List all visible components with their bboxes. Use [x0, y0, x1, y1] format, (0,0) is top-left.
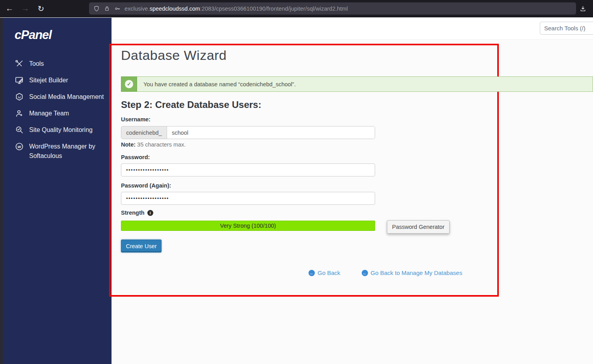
sidebar: cPanel Tools Sitejet Builder Social Medi…	[3, 18, 112, 364]
svg-text:W: W	[18, 145, 22, 149]
username-group: codenichebd_	[121, 126, 375, 139]
social-media-icon	[15, 92, 24, 102]
key-permission-icon	[114, 5, 121, 12]
go-back-manage-databases-link[interactable]: ← Go Back to Manage My Databases	[362, 269, 463, 276]
go-back-label: Go Back	[318, 269, 340, 276]
sidebar-item-label: Manage Team	[29, 109, 69, 118]
password-again-label: Password (Again):	[121, 182, 171, 189]
username-input[interactable]	[167, 126, 375, 139]
tools-icon	[15, 59, 24, 69]
sidebar-item-wordpress-manager[interactable]: W WordPress Manager by Softaculous	[3, 138, 112, 164]
password-label: Password:	[121, 154, 150, 160]
password-input[interactable]	[121, 163, 375, 176]
sidebar-item-social-media-management[interactable]: Social Media Management	[3, 89, 112, 105]
success-check-icon: ✓	[125, 80, 133, 88]
note-text: 35 characters max.	[137, 141, 186, 148]
go-back-link[interactable]: ← Go Back	[309, 269, 340, 276]
links-row: ← Go Back ← Go Back to Manage My Databas…	[309, 269, 462, 276]
cpanel-logo: cPanel	[3, 18, 112, 42]
sidebar-item-label: WordPress Manager by Softaculous	[29, 142, 106, 161]
page-header	[112, 18, 593, 40]
strength-meter: Very Strong (100/100)	[121, 221, 375, 231]
sidebar-item-label: Sitejet Builder	[29, 76, 68, 85]
back-button[interactable]: ←	[3, 2, 16, 15]
main-content: Database Wizard ✓ You have created a dat…	[112, 40, 593, 364]
forward-button[interactable]: →	[19, 2, 32, 15]
sitejet-builder-icon	[15, 76, 24, 85]
sidebar-item-manage-team[interactable]: Manage Team	[3, 105, 112, 122]
username-prefix: codenichebd_	[121, 126, 167, 139]
downloads-button[interactable]	[576, 2, 589, 15]
window-left-edge	[0, 18, 3, 364]
password-generator-button[interactable]: Password Generator	[387, 220, 450, 234]
info-icon[interactable]: i	[147, 210, 153, 216]
site-quality-icon	[15, 125, 24, 135]
sidebar-menu: Tools Sitejet Builder Social Media Manag…	[3, 56, 112, 164]
password-again-input[interactable]	[121, 192, 375, 205]
note-label: Note:	[121, 141, 136, 148]
success-alert: ✓ You have created a database named “cod…	[121, 76, 593, 92]
url-bar[interactable]: exclusive.speedcloudssd.com:2083/cpsess0…	[89, 2, 576, 15]
sidebar-item-sitejet-builder[interactable]: Sitejet Builder	[3, 72, 112, 89]
url-domain: speedcloudssd.com	[150, 6, 200, 12]
sidebar-item-label: Social Media Management	[29, 92, 104, 102]
sidebar-item-label: Site Quality Monitoring	[29, 125, 93, 135]
sidebar-item-label: Tools	[29, 59, 44, 69]
back-circle-icon: ←	[362, 270, 368, 276]
manage-team-icon	[15, 109, 24, 118]
sidebar-item-site-quality-monitoring[interactable]: Site Quality Monitoring	[3, 122, 112, 138]
url-text: exclusive.speedcloudssd.com:2083/cpsess0…	[125, 6, 348, 12]
url-subdomain: exclusive.	[125, 6, 150, 12]
tracking-shield-icon	[93, 5, 100, 12]
alert-message: You have created a database named “coden…	[137, 76, 593, 92]
url-path: :2083/cpsess0366100190/frontend/jupiter/…	[200, 6, 348, 12]
back-circle-icon: ←	[309, 270, 315, 276]
go-back-manage-label: Go Back to Manage My Databases	[371, 269, 463, 276]
username-note: Note:35 characters max.	[121, 141, 186, 148]
username-label: Username:	[121, 116, 151, 123]
page-title: Database Wizard	[121, 48, 227, 63]
search-tools-input[interactable]	[540, 22, 593, 35]
reload-button[interactable]: ↻	[35, 2, 47, 15]
download-icon	[579, 5, 587, 13]
create-user-button[interactable]: Create User	[121, 240, 162, 253]
lock-icon	[104, 5, 110, 12]
alert-icon-cell: ✓	[121, 76, 137, 92]
step-heading: Step 2: Create Database Users:	[121, 99, 261, 110]
wordpress-icon: W	[15, 142, 24, 151]
strength-label: Strength	[121, 210, 145, 216]
sidebar-item-tools[interactable]: Tools	[3, 56, 112, 72]
browser-toolbar: ← → ↻ exclusive.speedcloudssd.com:2083/c…	[0, 0, 593, 17]
strength-row: Strength i	[121, 210, 153, 216]
